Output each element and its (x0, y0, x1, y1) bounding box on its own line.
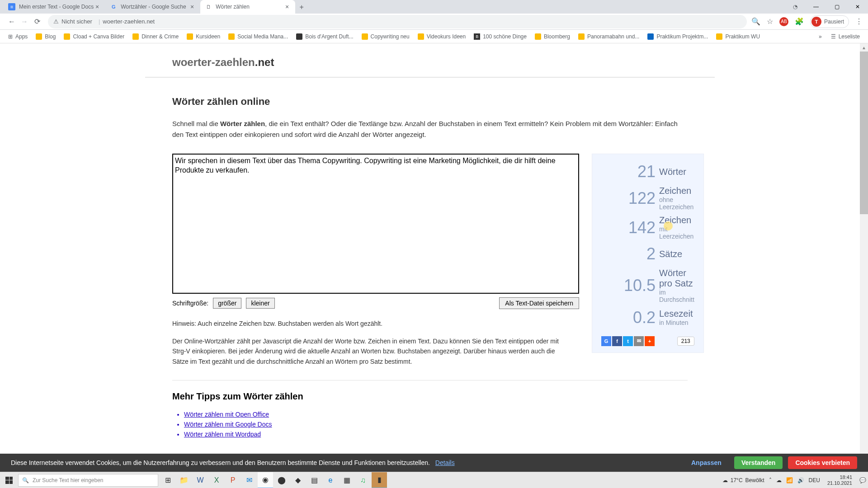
docs-icon: ≡ (8, 3, 15, 10)
bookmark-item[interactable]: Kursideen (183, 33, 224, 41)
stat-words: 21 Wörter (601, 162, 694, 181)
list-item: Wörter zählen mit Wordpad (184, 431, 688, 438)
zoom-icon[interactable]: 🔍 (751, 17, 760, 26)
close-icon[interactable]: × (189, 3, 196, 10)
reading-list-button[interactable]: ☰Leseliste (827, 33, 863, 41)
explorer-icon[interactable]: 📁 (176, 472, 192, 488)
edge-icon[interactable]: e (323, 472, 338, 488)
app-icon[interactable]: ◆ (290, 472, 306, 488)
scroll-up-icon[interactable]: ▲ (860, 43, 868, 52)
extensions-icon[interactable]: 🧩 (795, 17, 804, 26)
app-icon[interactable]: ▮ (372, 472, 387, 488)
chevron-up-icon[interactable]: ˄ (769, 477, 772, 483)
bookmark-star-icon[interactable]: ☆ (767, 17, 773, 26)
excel-icon[interactable]: X (209, 472, 224, 488)
bookmark-item[interactable]: Blog (32, 33, 59, 41)
wifi-icon[interactable]: 📶 (786, 477, 793, 483)
address-bar[interactable]: ⚠ Nicht sicher | woerter-zaehlen.net (48, 15, 747, 28)
text-input[interactable] (172, 154, 579, 294)
spotify-icon[interactable]: ♫ (355, 472, 371, 488)
bigger-button[interactable]: größer (213, 298, 241, 309)
powerpoint-icon[interactable]: P (225, 472, 241, 488)
bookmark-item[interactable]: Social Media Mana... (225, 33, 292, 41)
close-icon[interactable]: × (94, 3, 101, 10)
weather-widget[interactable]: ☁ 17°C Bewölkt (722, 477, 764, 483)
word-icon[interactable]: W (193, 472, 208, 488)
cookie-accept-button[interactable]: Verstanden (734, 456, 783, 469)
avatar: T (811, 17, 821, 27)
start-button[interactable] (0, 472, 18, 488)
font-size-label: Schriftgröße: (172, 300, 208, 307)
taskbar-search[interactable]: 🔍 Zur Suche Text hier eingeben (18, 474, 158, 487)
bookmark-item[interactable]: Praktikum WU (712, 33, 764, 41)
cookie-customize-button[interactable]: Anpassen (684, 456, 729, 469)
account-icon[interactable]: ◔ (785, 0, 806, 14)
stat-words-per-sentence: 10.5 Wörter pro Satzim Durchschnitt (601, 268, 694, 303)
reload-button[interactable]: ⟳ (31, 15, 43, 28)
language-indicator[interactable]: DEU (809, 477, 820, 483)
hint-text: Hinweis: Auch einzelne Zeichen bzw. Buch… (172, 320, 579, 327)
notifications-icon[interactable]: 💬 (859, 477, 866, 483)
list-item: Wörter zählen mit Google Docs (184, 421, 688, 428)
task-view-icon[interactable]: ⊞ (160, 472, 175, 488)
share-plus-icon[interactable]: + (645, 336, 655, 346)
tab-google-search[interactable]: G Wortzähler - Google Suche × (105, 0, 200, 14)
windows-icon (5, 477, 13, 484)
mail-icon[interactable]: ✉ (241, 472, 257, 488)
clock[interactable]: 18:41 21.10.2021 (825, 474, 855, 485)
bookmark-item[interactable]: Bloomberg (531, 33, 574, 41)
extension-adblock-icon[interactable]: AB (779, 17, 788, 26)
bookmark-item[interactable]: Praktikum Projektm... (644, 33, 712, 41)
scrollbar[interactable]: ▲ (860, 43, 868, 472)
tab-google-docs[interactable]: ≡ Mein erster Text - Google Docs × (4, 0, 105, 14)
smaller-button[interactable]: kleiner (246, 298, 274, 309)
onedrive-icon[interactable]: ☁ (776, 477, 782, 483)
tip-link[interactable]: Wörter zählen mit Open Office (184, 411, 269, 418)
scroll-thumb[interactable] (860, 52, 868, 214)
forward-button[interactable]: → (18, 15, 31, 28)
bookmark-item[interactable]: Copywriting neu (358, 33, 413, 41)
app-icon[interactable]: ▦ (339, 472, 354, 488)
apps-button[interactable]: ⊞Apps (5, 33, 31, 41)
share-google-icon[interactable]: G (601, 336, 611, 346)
close-icon[interactable]: × (283, 3, 291, 10)
tab-title: Mein erster Text - Google Docs (19, 4, 94, 10)
tab-woerter-zaehlen[interactable]: 🗋 Wörter zählen × (200, 0, 295, 14)
site-header: woerter-zaehlen.net (145, 43, 715, 78)
folder-icon (64, 33, 70, 40)
cookie-reject-button[interactable]: Cookies verbieten (788, 456, 857, 469)
bookmark-item[interactable]: Cload + Canva Bilder (60, 33, 128, 41)
tip-link[interactable]: Wörter zählen mit Wordpad (184, 431, 261, 438)
folder-icon (578, 33, 585, 40)
menu-icon[interactable]: ⋮ (855, 17, 863, 26)
bookmark-item[interactable]: Videokurs Ideen (414, 33, 470, 41)
bookmark-item[interactable]: B100 schöne Dinge (470, 33, 530, 41)
bookmark-item[interactable]: Bois d'Argent Duft... (292, 33, 357, 41)
minimize-button[interactable]: — (806, 0, 826, 14)
share-facebook-icon[interactable]: f (612, 336, 622, 346)
folder-icon (362, 33, 368, 40)
chrome-icon[interactable]: ◉ (258, 472, 273, 488)
close-window-button[interactable]: ✕ (847, 0, 868, 14)
bookmark-item[interactable]: Panoramabahn und... (575, 33, 643, 41)
apps-icon: ⊞ (8, 33, 13, 40)
cookie-details-link[interactable]: Details (435, 459, 455, 466)
save-as-text-button[interactable]: Als Text-Datei speichern (499, 297, 579, 309)
bookmark-item[interactable]: Dinner & Crime (129, 33, 182, 41)
tip-link[interactable]: Wörter zählen mit Google Docs (184, 421, 272, 428)
maximize-button[interactable]: ▢ (826, 0, 847, 14)
back-button[interactable]: ← (5, 15, 18, 28)
profile-button[interactable]: T Pausiert (810, 15, 849, 28)
share-icons: G f t ✉ + (601, 336, 655, 346)
share-mail-icon[interactable]: ✉ (634, 336, 644, 346)
volume-icon[interactable]: 🔊 (797, 477, 804, 483)
folder-icon (418, 33, 424, 40)
app-icon[interactable]: ▤ (307, 472, 322, 488)
folder-icon (228, 33, 235, 40)
new-tab-button[interactable]: + (295, 1, 308, 14)
site-logo[interactable]: woerter-zaehlen.net (172, 56, 688, 69)
bookmarks-overflow[interactable]: » (814, 33, 826, 40)
stat-chars-with-spaces: 142 Zeichenmit Leerzeichen (601, 215, 694, 240)
obs-icon[interactable]: ⬤ (274, 472, 289, 488)
share-twitter-icon[interactable]: t (623, 336, 633, 346)
